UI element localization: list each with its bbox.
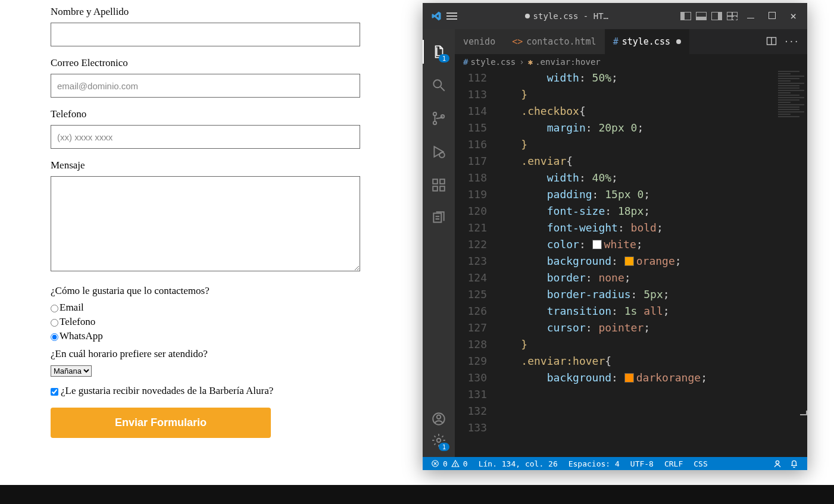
status-bar: 0 0 Lín. 134, col. 26 Espacios: 4 UTF-8 … (423, 457, 807, 470)
svg-rect-8 (440, 186, 445, 191)
layout-right-icon[interactable] (711, 12, 722, 20)
svg-rect-10 (433, 213, 441, 222)
symbol-icon: ✱ (528, 57, 533, 67)
unsaved-dot-icon (525, 14, 530, 18)
status-encoding[interactable]: UTF-8 (630, 459, 654, 468)
breadcrumb[interactable]: # style.css › ✱ .enviar:hover (455, 54, 807, 70)
breadcrumb-file: style.css (470, 57, 516, 67)
status-eol[interactable]: CRLF (664, 459, 683, 468)
radio-whatsapp[interactable] (51, 333, 58, 341)
chevron-right-icon: › (519, 57, 524, 67)
menu-button[interactable] (446, 11, 457, 21)
tab-bar: venido <>contacto.html #style.css ··· (455, 29, 807, 54)
window-maximize-button[interactable] (769, 11, 776, 21)
radio-telefono[interactable] (51, 319, 58, 327)
newsletter-label: ¿Le gustaria recibir novedades de la Bar… (61, 385, 273, 396)
account-icon[interactable] (430, 411, 447, 427)
references-icon[interactable] (430, 210, 447, 227)
svg-rect-7 (433, 186, 438, 191)
vscode-window: style.css - HTML... × 1 1 (423, 3, 807, 470)
minimap-caret-icon (800, 411, 807, 415)
page-footer (0, 485, 834, 504)
svg-rect-6 (433, 179, 438, 184)
name-input[interactable] (51, 23, 360, 46)
settings-badge: 1 (439, 443, 449, 451)
radio-whatsapp-label: WhatsApp (60, 330, 103, 342)
contact-method-question: ¿Cómo le gustaria que lo contactemos? (51, 285, 360, 297)
html-file-icon: <> (512, 36, 523, 47)
name-label: Nombre y Apellido (51, 6, 360, 18)
code-area[interactable]: width: 50%; } .checkbox{ margin: 20px 0;… (495, 70, 776, 457)
layout-left-icon[interactable] (680, 12, 691, 20)
line-gutter: 1121131141151161171181191201211221231241… (455, 70, 495, 457)
submit-button[interactable]: Enviar Formulario (51, 408, 271, 438)
window-minimize-button[interactable] (747, 11, 754, 21)
newsletter-checkbox[interactable] (51, 388, 58, 396)
window-close-button[interactable]: × (790, 12, 796, 20)
svg-rect-9 (440, 179, 445, 184)
status-language[interactable]: CSS (694, 459, 707, 468)
svg-point-20 (455, 465, 455, 466)
unsaved-dot-icon (676, 39, 681, 44)
bell-icon[interactable] (789, 459, 799, 468)
radio-telefono-label: Telefono (60, 316, 95, 327)
split-editor-icon[interactable] (766, 36, 777, 48)
tab-stylecss[interactable]: #style.css (605, 29, 689, 54)
message-textarea[interactable] (51, 176, 360, 271)
feedback-icon[interactable] (773, 459, 782, 468)
svg-line-1 (441, 87, 445, 91)
titlebar: style.css - HTML... × (423, 3, 807, 29)
extensions-icon[interactable] (430, 177, 447, 193)
search-icon[interactable] (430, 77, 447, 93)
phone-input[interactable] (51, 125, 360, 149)
warning-icon (451, 459, 460, 468)
run-debug-icon[interactable] (430, 143, 447, 160)
more-actions-icon[interactable]: ··· (784, 37, 799, 46)
svg-point-12 (437, 415, 441, 420)
breadcrumb-symbol: .enviar:hover (535, 57, 601, 67)
message-label: Mensaje (51, 159, 360, 171)
status-cursor-position[interactable]: Lín. 134, col. 26 (479, 459, 558, 468)
email-label: Correo Electronico (51, 57, 360, 69)
css-file-icon: # (613, 36, 619, 47)
contact-form: Nombre y Apellido Correo Electronico Tel… (51, 6, 360, 438)
svg-point-5 (439, 152, 445, 158)
minimap[interactable] (776, 70, 807, 457)
layout-grid-icon[interactable] (727, 12, 738, 20)
schedule-select[interactable]: Mañana (51, 365, 92, 377)
phone-label: Telefono (51, 108, 360, 120)
explorer-icon[interactable]: 1 (430, 43, 447, 60)
svg-point-13 (437, 439, 441, 443)
status-indent[interactable]: Espacios: 4 (569, 459, 620, 468)
tab-welcome[interactable]: venido (455, 29, 504, 54)
svg-point-2 (433, 112, 436, 115)
radio-email[interactable] (51, 305, 58, 312)
source-control-icon[interactable] (430, 110, 447, 127)
browser-preview-pane: Nombre y Apellido Correo Electronico Tel… (0, 0, 411, 479)
email-input[interactable] (51, 74, 360, 98)
svg-point-21 (776, 461, 779, 464)
css-file-icon: # (463, 57, 468, 67)
settings-icon[interactable]: 1 (430, 432, 447, 449)
vscode-logo-icon (431, 11, 442, 21)
code-editor[interactable]: 1121131141151161171181191201211221231241… (455, 70, 807, 457)
explorer-badge: 1 (439, 54, 449, 62)
tab-contacto[interactable]: <>contacto.html (504, 29, 604, 54)
svg-point-0 (433, 80, 441, 87)
layout-bottom-icon[interactable] (696, 12, 707, 20)
error-icon (431, 459, 439, 468)
activity-bar: 1 1 (423, 29, 455, 457)
status-problems[interactable]: 0 0 (427, 459, 468, 468)
schedule-question: ¿En cuál horario prefiere ser atendido? (51, 348, 360, 360)
window-title: style.css - HTML... (533, 11, 611, 21)
radio-email-label: Email (60, 302, 84, 313)
svg-point-3 (433, 121, 436, 124)
